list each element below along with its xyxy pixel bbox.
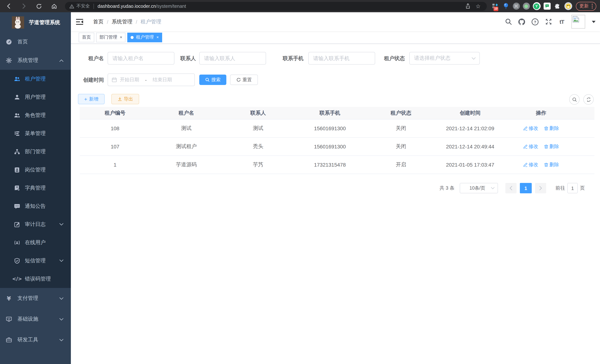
delete-link-label: 删除 bbox=[549, 161, 559, 168]
start-date-placeholder: 开始日期 bbox=[120, 76, 139, 83]
sidebar-item-tenant[interactable]: 租户管理 bbox=[0, 70, 71, 88]
cell-mobile: 15601691300 bbox=[294, 144, 366, 149]
github-icon[interactable] bbox=[518, 18, 525, 25]
prev-page-button[interactable] bbox=[505, 183, 516, 193]
recorder-extension-icon[interactable] bbox=[523, 3, 530, 10]
chrome-menu-icon[interactable] bbox=[592, 4, 593, 9]
mobile-input[interactable] bbox=[308, 52, 375, 65]
url-bar[interactable]: 不安全 dashboard.yudao.iocoder.cn /system/t… bbox=[65, 2, 487, 10]
sidebar-item-notice[interactable]: 通知公告 bbox=[0, 197, 71, 215]
sidebar-item-devtools[interactable]: 研发工具 bbox=[0, 329, 71, 350]
sidebar-item-errcode[interactable]: </> 错误码管理 bbox=[0, 270, 71, 288]
tab-dept[interactable]: 部门管理 × bbox=[96, 32, 126, 42]
sidebar-item-infra[interactable]: 基础设施 bbox=[0, 309, 71, 329]
page-size-value: 10条/页 bbox=[464, 185, 491, 191]
bookmark-star-icon[interactable]: ☆ bbox=[474, 2, 482, 10]
tab-home[interactable]: 首页 bbox=[79, 32, 94, 42]
cell-tenant-name: 芋道源码 bbox=[150, 161, 222, 168]
balloon-extension-icon[interactable] bbox=[502, 2, 510, 10]
avatar-caret-down-icon[interactable] bbox=[592, 21, 596, 23]
goto-page-input[interactable] bbox=[567, 183, 578, 193]
home-icon[interactable] bbox=[50, 2, 58, 10]
extensions-puzzle-icon[interactable] bbox=[553, 2, 561, 10]
search-icon[interactable] bbox=[505, 18, 512, 25]
search-icon bbox=[572, 97, 577, 102]
delete-link[interactable]: 删除 bbox=[544, 143, 559, 150]
page-number-current[interactable]: 1 bbox=[520, 183, 532, 193]
sidebar-item-dept[interactable]: 部门管理 bbox=[0, 142, 71, 161]
sidebar-fold-icon[interactable] bbox=[76, 19, 84, 25]
date-range-picker[interactable]: 开始日期 - 结束日期 bbox=[108, 74, 195, 86]
edit-link[interactable]: 修改 bbox=[523, 161, 538, 168]
chat-extension-icon[interactable] bbox=[544, 3, 551, 10]
y-extension-icon[interactable]: Y bbox=[533, 2, 540, 10]
breadcrumb-home[interactable]: 首页 bbox=[93, 18, 103, 25]
add-button[interactable]: + 新增 bbox=[78, 94, 105, 104]
search-button[interactable]: 搜索 bbox=[199, 75, 226, 85]
help-icon[interactable]: ? bbox=[531, 18, 539, 25]
cell-contact: 秃头 bbox=[222, 143, 294, 150]
tenant-name-input[interactable] bbox=[108, 52, 174, 65]
sidebar-item-user[interactable]: 用户管理 bbox=[0, 88, 71, 106]
navbar-right: ? tT bbox=[505, 15, 596, 28]
page-size-select[interactable]: 10条/页 bbox=[460, 183, 498, 193]
cell-contact: 测试 bbox=[222, 125, 294, 132]
delete-link[interactable]: 删除 bbox=[544, 161, 559, 168]
url-divider bbox=[94, 3, 94, 9]
yen-icon: ¥ bbox=[6, 295, 12, 301]
user-avatar[interactable] bbox=[572, 15, 585, 28]
delete-link[interactable]: 删除 bbox=[544, 125, 559, 132]
range-separator: - bbox=[142, 77, 150, 83]
refresh-table-button[interactable] bbox=[583, 94, 594, 105]
edit-link-label: 修改 bbox=[529, 161, 538, 168]
security-label[interactable]: 不安全 bbox=[76, 3, 90, 9]
close-icon[interactable]: × bbox=[120, 35, 122, 39]
next-page-button[interactable] bbox=[535, 183, 546, 193]
monitor-icon bbox=[6, 316, 12, 322]
edit-link[interactable]: 修改 bbox=[523, 143, 538, 150]
status-select[interactable]: 请选择租户状态 bbox=[409, 52, 480, 65]
column-header: 创建时间 bbox=[436, 110, 505, 116]
sidebar-item-post[interactable]: 岗位管理 bbox=[0, 161, 71, 179]
status-select-placeholder: 请选择租户状态 bbox=[414, 55, 472, 62]
sidebar-item-audit-log[interactable]: 审计日志 bbox=[0, 215, 71, 233]
cell-mobile: 15601691300 bbox=[294, 125, 366, 131]
calendar-icon bbox=[112, 77, 117, 82]
contact-input[interactable] bbox=[199, 52, 266, 65]
forward-icon[interactable] bbox=[20, 2, 28, 10]
sidebar-item-online-user[interactable]: 在线用户 bbox=[0, 233, 71, 252]
chevron-up-icon bbox=[59, 59, 64, 62]
sidebar-item-pay[interactable]: ¥ 支付管理 bbox=[0, 288, 71, 309]
sidebar-item-system[interactable]: 系统管理 bbox=[0, 51, 71, 70]
chevron-left-icon bbox=[509, 186, 512, 190]
tab-manager-extension-icon[interactable]: 10 bbox=[491, 2, 499, 10]
breadcrumb-system[interactable]: 系统管理 bbox=[112, 18, 132, 25]
share-icon[interactable] bbox=[464, 2, 472, 10]
sidebar-item-dict[interactable]: 字典管理 bbox=[0, 179, 71, 197]
refresh-icon bbox=[236, 78, 241, 82]
back-icon[interactable] bbox=[4, 2, 13, 10]
tab-label: 部门管理 bbox=[99, 34, 117, 40]
chrome-update-button[interactable]: 更新 bbox=[576, 2, 596, 10]
font-size-icon[interactable]: tT bbox=[558, 18, 565, 25]
toggle-search-button[interactable] bbox=[569, 94, 580, 105]
sidebar-item-label: 在线用户 bbox=[25, 239, 46, 246]
sidebar-item-home[interactable]: 首页 bbox=[0, 33, 71, 51]
sidebar-item-sms[interactable]: 短信管理 bbox=[0, 252, 71, 270]
column-header: 租户编号 bbox=[80, 110, 150, 116]
fullscreen-icon[interactable] bbox=[545, 18, 552, 25]
reset-button[interactable]: 重置 bbox=[230, 75, 258, 85]
sidebar-item-menu[interactable]: 菜单管理 bbox=[0, 124, 71, 142]
edit-link[interactable]: 修改 bbox=[523, 125, 538, 132]
profile-avatar-icon[interactable] bbox=[564, 2, 572, 10]
cell-mobile: 17321315478 bbox=[294, 162, 366, 168]
sidebar-item-label: 租户管理 bbox=[25, 75, 46, 82]
close-icon[interactable]: × bbox=[156, 35, 159, 39]
chevron-down-icon bbox=[59, 259, 64, 262]
trash-icon bbox=[544, 126, 548, 131]
tab-tenant-active[interactable]: 租户管理 × bbox=[127, 32, 162, 42]
export-button[interactable]: 导出 bbox=[111, 94, 139, 104]
sidebar-item-role[interactable]: 角色管理 bbox=[0, 106, 71, 124]
reload-icon[interactable] bbox=[35, 2, 43, 10]
command-extension-icon[interactable]: ⌘ bbox=[513, 3, 520, 10]
